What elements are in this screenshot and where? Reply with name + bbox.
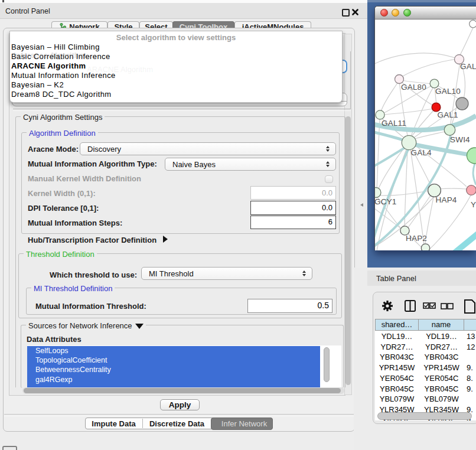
svg-text:SWI4: SWI4 — [450, 135, 470, 144]
svg-text:GAL4: GAL4 — [411, 148, 432, 157]
svg-text:GAL: GAL — [460, 62, 476, 71]
svg-text:GAL80: GAL80 — [401, 83, 426, 92]
svg-text:GAL10: GAL10 — [435, 87, 461, 96]
svg-text:GAL1: GAL1 — [438, 110, 458, 119]
svg-text:GAL11: GAL11 — [382, 119, 406, 128]
svg-text:GCY1: GCY1 — [375, 197, 397, 206]
svg-text:Y: Y — [471, 200, 476, 209]
svg-text:HAP4: HAP4 — [436, 195, 457, 204]
svg-text:HAP2: HAP2 — [406, 234, 427, 243]
